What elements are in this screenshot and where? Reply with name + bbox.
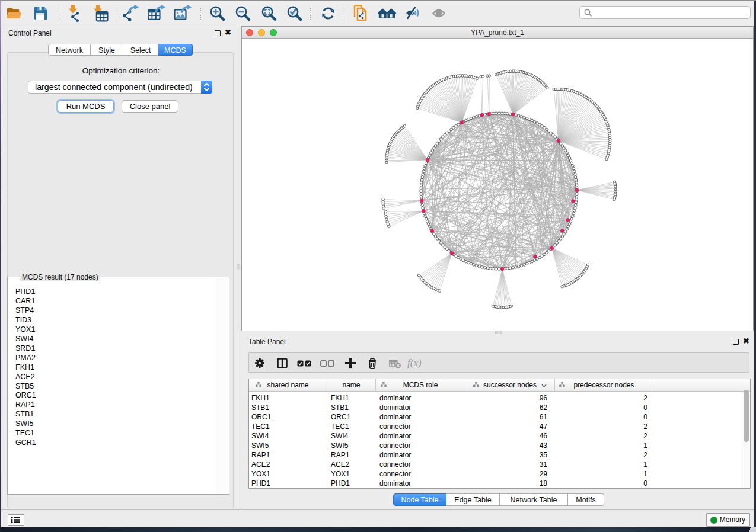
svg-text:f(x): f(x) — [407, 357, 422, 368]
